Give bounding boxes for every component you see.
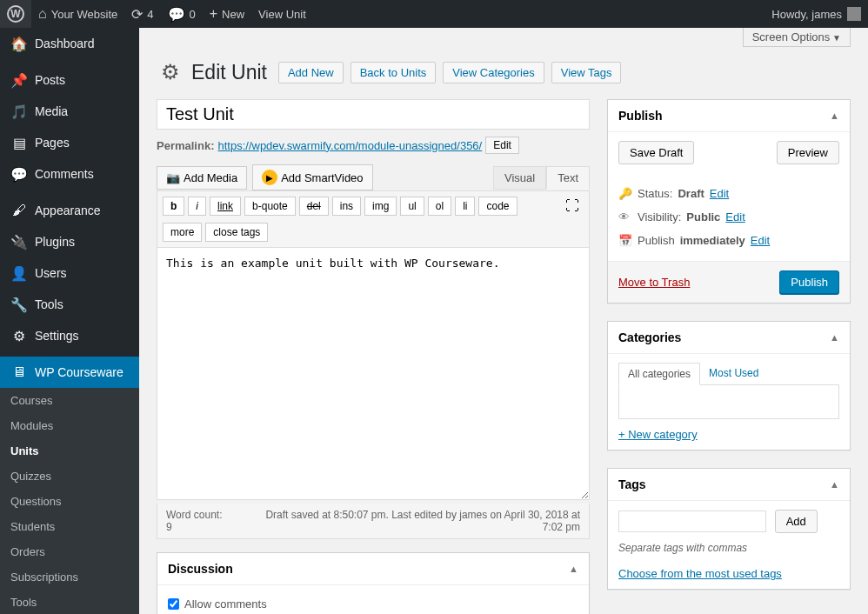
status-row: 🔑Status: Draft Edit [618, 182, 839, 205]
add-smartvideo-button[interactable]: ▶Add SmartVideo [252, 164, 372, 190]
comment-icon: 💬 [10, 165, 28, 183]
home-icon: ⌂ [38, 6, 47, 22]
menu-posts[interactable]: 📌Posts [0, 64, 139, 96]
tag-input[interactable] [618, 511, 766, 532]
publish-toggle[interactable]: ▲ [830, 110, 839, 121]
wp-logo[interactable]: W [0, 0, 31, 28]
publish-postbox: Publish ▲ Save Draft Preview 🔑Status: Dr… [607, 99, 851, 304]
save-draft-button[interactable]: Save Draft [618, 141, 694, 164]
menu-media[interactable]: 🎵Media [0, 96, 139, 127]
eye-icon: 👁 [618, 210, 632, 224]
settings-icon: ⚙ [10, 327, 28, 344]
wordcount-value: 9 [166, 521, 172, 533]
plugin-icon: 🔌 [10, 233, 28, 250]
site-name-link[interactable]: ⌂Your Website [31, 0, 124, 28]
tags-toggle[interactable]: ▲ [830, 479, 839, 490]
categories-postbox: Categories ▲ All categories Most Used + … [607, 321, 851, 450]
dashboard-icon: 🏠 [10, 35, 28, 52]
move-to-trash-link[interactable]: Move to Trash [618, 276, 690, 289]
fullscreen-icon[interactable]: ⛶ [561, 198, 584, 214]
menu-plugins[interactable]: 🔌Plugins [0, 226, 139, 257]
autosave-status: Draft saved at 8:50:07 pm. Last edited b… [250, 509, 580, 533]
qt-li[interactable]: li [455, 197, 475, 216]
permalink-url[interactable]: https://wpdev.swarmify.com/module-unassi… [217, 139, 482, 152]
comment-icon: 💬 [168, 6, 185, 23]
add-new-button[interactable]: Add New [278, 62, 344, 83]
submenu-modules[interactable]: Modules [0, 413, 139, 438]
gear-icon: ⚙ [157, 58, 184, 86]
menu-tools[interactable]: 🔧Tools [0, 289, 139, 320]
submenu-orders[interactable]: Orders [0, 539, 139, 564]
status-edit-link[interactable]: Edit [710, 187, 729, 200]
qt-more[interactable]: more [163, 223, 202, 242]
updates-icon: ⟳ [131, 6, 143, 23]
preview-button[interactable]: Preview [777, 141, 839, 164]
submenu-subscriptions[interactable]: Subscriptions [0, 564, 139, 590]
submenu-quizzes[interactable]: Quizzes [0, 464, 139, 489]
view-tags-button[interactable]: View Tags [551, 62, 622, 83]
discussion-toggle[interactable]: ▲ [569, 564, 578, 574]
menu-pages[interactable]: ▤Pages [0, 127, 139, 158]
schedule-row: 📅Publish immediately Edit [618, 229, 839, 252]
tag-help-text: Separate tags with commas [618, 542, 839, 554]
publish-button[interactable]: Publish [779, 270, 839, 294]
allow-comments-label: Allow comments [184, 597, 267, 611]
visibility-row: 👁Visibility: Public Edit [618, 205, 839, 229]
comments-link[interactable]: 💬0 [161, 0, 203, 28]
submenu-tools[interactable]: Tools [0, 590, 139, 614]
menu-settings[interactable]: ⚙Settings [0, 320, 139, 351]
menu-appearance[interactable]: 🖌Appearance [0, 195, 139, 226]
submenu-questions[interactable]: Questions [0, 489, 139, 514]
qt-ins[interactable]: ins [332, 197, 361, 216]
submenu-students[interactable]: Students [0, 514, 139, 539]
menu-wpcourseware[interactable]: 🖥WP Courseware [0, 357, 139, 388]
avatar-icon [847, 7, 861, 21]
screen-options-toggle[interactable]: Screen Options [743, 28, 851, 47]
submenu-units[interactable]: Units [0, 438, 139, 464]
page-title: Edit Unit [191, 61, 267, 84]
qt-del[interactable]: del [299, 197, 329, 216]
add-new-category-link[interactable]: + New category [618, 428, 839, 441]
permalink-edit-button[interactable]: Edit [485, 137, 519, 154]
qt-bquote[interactable]: b-quote [244, 197, 296, 216]
brush-icon: 🖌 [10, 202, 28, 219]
tag-cloud-link[interactable]: Choose from the most used tags [618, 567, 839, 580]
add-media-button[interactable]: 📷Add Media [157, 166, 247, 190]
submenu-courses[interactable]: Courses [0, 388, 139, 413]
user-account-link[interactable]: Howdy, james [765, 0, 868, 28]
tags-title: Tags [618, 477, 646, 491]
menu-comments[interactable]: 💬Comments [0, 158, 139, 190]
qt-italic[interactable]: i [188, 197, 206, 216]
tab-visual[interactable]: Visual [493, 166, 546, 190]
qt-close[interactable]: close tags [205, 223, 268, 242]
add-tag-button[interactable]: Add [775, 510, 818, 533]
categories-toggle[interactable]: ▲ [830, 332, 839, 343]
qt-ul[interactable]: ul [400, 197, 424, 216]
qt-bold[interactable]: b [163, 197, 184, 216]
qt-img[interactable]: img [364, 197, 397, 216]
new-content-link[interactable]: +New [203, 0, 251, 28]
updates-link[interactable]: ⟳4 [124, 0, 160, 28]
discussion-postbox: Discussion ▲ Allow comments [157, 552, 590, 614]
monitor-icon: 🖥 [10, 364, 28, 381]
tab-most-used[interactable]: Most Used [700, 363, 767, 385]
qt-ol[interactable]: ol [428, 197, 451, 216]
content-textarea[interactable]: This is an example unit built with WP Co… [157, 248, 590, 500]
menu-users[interactable]: 👤Users [0, 257, 139, 289]
qt-code[interactable]: code [478, 197, 517, 216]
schedule-edit-link[interactable]: Edit [751, 234, 770, 247]
visibility-edit-link[interactable]: Edit [725, 210, 744, 224]
publish-title: Publish [618, 109, 663, 123]
user-icon: 👤 [10, 264, 28, 282]
qt-link[interactable]: link [210, 197, 241, 216]
menu-dashboard[interactable]: 🏠Dashboard [0, 28, 139, 59]
title-input[interactable] [157, 99, 590, 130]
view-categories-button[interactable]: View Categories [443, 62, 544, 83]
allow-comments-row[interactable]: Allow comments [168, 594, 578, 614]
tab-text[interactable]: Text [546, 166, 590, 190]
tab-all-categories[interactable]: All categories [618, 363, 700, 385]
category-list [618, 384, 839, 419]
view-unit-link[interactable]: View Unit [251, 0, 313, 28]
allow-comments-checkbox[interactable] [168, 598, 179, 610]
back-to-units-button[interactable]: Back to Units [351, 62, 437, 83]
